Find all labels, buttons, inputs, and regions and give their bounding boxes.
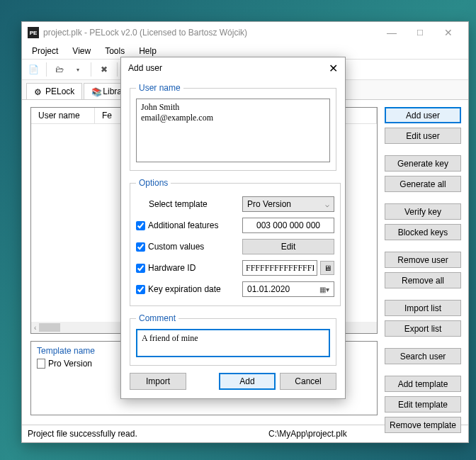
- options-group: Options Select template Pro Version⌵ Add…: [130, 178, 341, 306]
- menu-view[interactable]: View: [67, 45, 96, 57]
- export-list-button[interactable]: Export list: [385, 320, 461, 337]
- search-user-button[interactable]: Search user: [385, 348, 461, 364]
- hardware-id-label: Hardware ID: [148, 263, 196, 273]
- dialog-close-icon[interactable]: ✕: [329, 62, 338, 75]
- username-group: User name: [130, 83, 336, 171]
- comment-input[interactable]: [136, 329, 330, 357]
- custom-values-checkbox[interactable]: [136, 242, 145, 252]
- calendar-dropdown-icon: ▦▾: [319, 286, 329, 293]
- import-list-button[interactable]: Import list: [385, 300, 461, 316]
- additional-features-checkbox[interactable]: [136, 221, 145, 230]
- monitor-icon: 🖥: [324, 264, 332, 272]
- hardware-id-browse-button[interactable]: 🖥: [320, 261, 334, 275]
- additional-features-value[interactable]: 003 000 000 000: [242, 218, 334, 233]
- add-user-button[interactable]: Add user: [385, 107, 461, 123]
- edit-user-button[interactable]: Edit user: [385, 128, 461, 144]
- edit-template-button[interactable]: Edit template: [385, 396, 461, 413]
- key-expiration-checkbox[interactable]: [136, 285, 145, 294]
- remove-template-button[interactable]: Remove template: [385, 417, 461, 433]
- hardware-id-checkbox[interactable]: [136, 264, 145, 273]
- menu-help[interactable]: Help: [133, 45, 162, 57]
- book-icon: 📚: [91, 87, 100, 96]
- menu-project[interactable]: Project: [26, 45, 64, 57]
- menu-tools[interactable]: Tools: [99, 45, 130, 57]
- template-select[interactable]: Pro Version⌵: [242, 196, 334, 212]
- key-expiration-date[interactable]: 01.01.2020▦▾: [242, 281, 334, 297]
- import-button[interactable]: Import: [130, 373, 186, 390]
- add-template-button[interactable]: Add template: [385, 376, 461, 392]
- tab-pelock[interactable]: ⚙PELock: [26, 83, 82, 99]
- generate-all-button[interactable]: Generate all: [385, 176, 461, 192]
- document-icon: [37, 359, 45, 369]
- remove-all-button[interactable]: Remove all: [385, 272, 461, 288]
- side-buttons: Add user Edit user Generate key Generate…: [385, 107, 461, 433]
- delete-icon[interactable]: ✖: [97, 62, 111, 77]
- status-message: Project file successfully read.: [28, 429, 268, 439]
- new-icon[interactable]: 📄: [26, 62, 40, 77]
- select-template-label: Select template: [136, 199, 242, 209]
- dialog-title: Add user: [128, 63, 329, 73]
- app-icon: PE: [28, 27, 39, 38]
- gear-icon: ⚙: [34, 87, 42, 96]
- add-user-dialog: Add user ✕ User name Options Select temp…: [120, 57, 346, 399]
- options-legend: Options: [136, 178, 171, 188]
- remove-user-button[interactable]: Remove user: [385, 252, 461, 268]
- custom-values-label: Custom values: [148, 242, 204, 252]
- minimize-button[interactable]: —: [378, 22, 406, 43]
- verify-key-button[interactable]: Verify key: [385, 203, 461, 220]
- close-button[interactable]: ✕: [434, 22, 463, 43]
- generate-key-button[interactable]: Generate key: [385, 155, 461, 172]
- comment-legend: Comment: [136, 313, 178, 323]
- chevron-down-icon: ⌵: [325, 201, 329, 208]
- key-expiration-label: Key expiration date: [148, 284, 221, 294]
- dialog-titlebar: Add user ✕: [121, 57, 345, 79]
- cancel-button[interactable]: Cancel: [280, 373, 336, 390]
- maximize-button[interactable]: ☐: [406, 22, 434, 43]
- hardware-id-input[interactable]: [242, 260, 317, 276]
- titlebar: PE project.plk - PELock v2.0 (Licensed t…: [22, 22, 468, 43]
- comment-group: Comment: [130, 313, 336, 366]
- col-username[interactable]: User name: [31, 108, 95, 123]
- custom-values-edit-button[interactable]: Edit: [242, 239, 334, 254]
- blocked-keys-button[interactable]: Blocked keys: [385, 224, 461, 240]
- additional-features-label: Additional features: [148, 220, 218, 230]
- add-button[interactable]: Add: [219, 373, 276, 390]
- username-legend: User name: [136, 83, 183, 93]
- open-icon[interactable]: 🗁: [52, 62, 67, 77]
- dropdown-icon[interactable]: ▾: [71, 62, 85, 77]
- window-title: project.plk - PELock v2.0 (Licensed to B…: [43, 28, 378, 38]
- status-path: C:\MyApp\project.plk: [268, 429, 347, 439]
- username-input[interactable]: [136, 99, 330, 162]
